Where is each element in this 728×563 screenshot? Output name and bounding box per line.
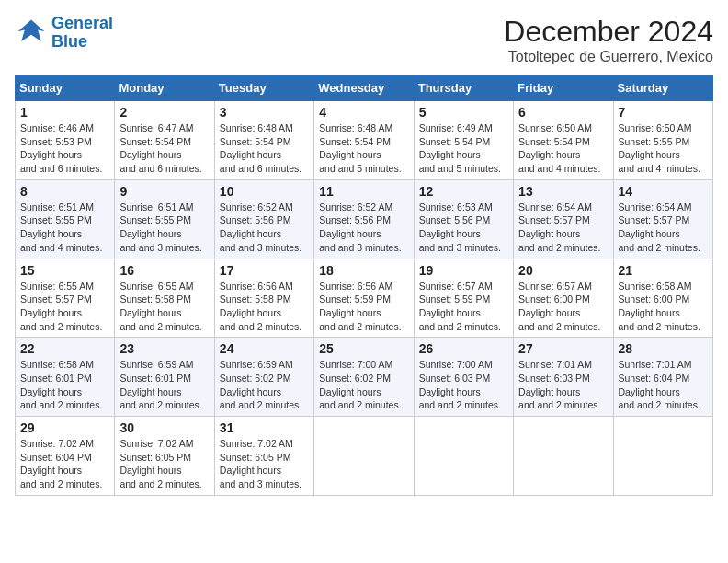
cell-info: Sunrise: 7:02 AMSunset: 6:04 PMDaylight …: [20, 438, 102, 489]
cell-info: Sunrise: 6:58 AMSunset: 6:00 PMDaylight …: [619, 281, 700, 332]
day-number: 4: [319, 105, 408, 120]
calendar-cell-16: 16 Sunrise: 6:55 AMSunset: 5:58 PMDaylig…: [115, 259, 214, 338]
day-number: 21: [619, 263, 708, 278]
day-number: 24: [220, 341, 309, 356]
calendar-cell-7: 7 Sunrise: 6:50 AMSunset: 5:55 PMDayligh…: [613, 101, 712, 180]
calendar-cell-9: 9 Sunrise: 6:51 AMSunset: 5:55 PMDayligh…: [115, 179, 214, 259]
calendar-cell-20: 20 Sunrise: 6:57 AMSunset: 6:00 PMDaylig…: [514, 259, 613, 338]
calendar-cell-29: 29 Sunrise: 7:02 AMSunset: 6:04 PMDaylig…: [16, 417, 115, 496]
day-number: 11: [319, 184, 408, 199]
cell-info: Sunrise: 7:00 AMSunset: 6:03 PMDaylight …: [419, 359, 501, 410]
calendar-cell-3: 3 Sunrise: 6:48 AMSunset: 5:54 PMDayligh…: [214, 101, 313, 180]
day-number: 30: [119, 420, 209, 435]
col-header-tuesday: Tuesday: [214, 75, 313, 101]
day-number: 1: [20, 105, 109, 120]
calendar-cell-23: 23 Sunrise: 6:59 AMSunset: 6:01 PMDaylig…: [115, 338, 214, 417]
title-block: December 2024 Totoltepec de Guerrero, Me…: [504, 15, 713, 65]
day-number: 17: [220, 263, 309, 278]
col-header-friday: Friday: [514, 75, 613, 101]
calendar-cell-26: 26 Sunrise: 7:00 AMSunset: 6:03 PMDaylig…: [414, 338, 513, 417]
page-header: GeneralBlue December 2024 Totoltepec de …: [15, 15, 713, 65]
calendar-cell-8: 8 Sunrise: 6:51 AMSunset: 5:55 PMDayligh…: [16, 179, 115, 259]
cell-info: Sunrise: 6:57 AMSunset: 5:59 PMDaylight …: [419, 281, 501, 332]
calendar-cell-1: 1 Sunrise: 6:46 AMSunset: 5:53 PMDayligh…: [16, 101, 115, 180]
calendar-cell-10: 10 Sunrise: 6:52 AMSunset: 5:56 PMDaylig…: [214, 179, 313, 259]
day-number: 8: [20, 184, 109, 199]
cell-info: Sunrise: 6:59 AMSunset: 6:02 PMDaylight …: [220, 359, 301, 410]
day-number: 22: [20, 341, 109, 356]
day-number: 19: [419, 263, 508, 278]
day-number: 27: [518, 341, 608, 356]
cell-info: Sunrise: 6:52 AMSunset: 5:56 PMDaylight …: [319, 201, 401, 253]
cell-info: Sunrise: 7:01 AMSunset: 6:03 PMDaylight …: [518, 359, 600, 410]
col-header-sunday: Sunday: [16, 75, 115, 101]
cell-info: Sunrise: 7:02 AMSunset: 6:05 PMDaylight …: [220, 438, 301, 489]
day-number: 20: [518, 263, 608, 278]
calendar-cell-5: 5 Sunrise: 6:49 AMSunset: 5:54 PMDayligh…: [414, 101, 513, 180]
day-number: 7: [619, 105, 708, 120]
day-number: 10: [220, 184, 309, 199]
cell-info: Sunrise: 6:54 AMSunset: 5:57 PMDaylight …: [518, 201, 600, 253]
calendar-cell-11: 11 Sunrise: 6:52 AMSunset: 5:56 PMDaylig…: [314, 179, 414, 259]
day-number: 12: [419, 184, 508, 199]
calendar-cell-30: 30 Sunrise: 7:02 AMSunset: 6:05 PMDaylig…: [115, 417, 214, 496]
calendar-cell-24: 24 Sunrise: 6:59 AMSunset: 6:02 PMDaylig…: [214, 338, 313, 417]
col-header-wednesday: Wednesday: [314, 75, 414, 101]
day-number: 13: [518, 184, 608, 199]
day-number: 29: [20, 420, 109, 435]
calendar-table: SundayMondayTuesdayWednesdayThursdayFrid…: [15, 75, 713, 496]
logo: GeneralBlue: [15, 15, 113, 52]
cell-info: Sunrise: 6:56 AMSunset: 5:59 PMDaylight …: [319, 281, 401, 332]
cell-info: Sunrise: 6:55 AMSunset: 5:58 PMDaylight …: [119, 281, 201, 332]
day-number: 23: [119, 341, 209, 356]
day-number: 9: [119, 184, 209, 199]
cell-info: Sunrise: 7:01 AMSunset: 6:04 PMDaylight …: [619, 359, 700, 410]
calendar-cell-6: 6 Sunrise: 6:50 AMSunset: 5:54 PMDayligh…: [514, 101, 613, 180]
calendar-cell-15: 15 Sunrise: 6:55 AMSunset: 5:57 PMDaylig…: [16, 259, 115, 338]
calendar-cell-14: 14 Sunrise: 6:54 AMSunset: 5:57 PMDaylig…: [613, 179, 712, 259]
cell-info: Sunrise: 6:49 AMSunset: 5:54 PMDaylight …: [419, 122, 501, 174]
day-number: 14: [619, 184, 708, 199]
calendar-cell-17: 17 Sunrise: 6:56 AMSunset: 5:58 PMDaylig…: [214, 259, 313, 338]
cell-info: Sunrise: 6:52 AMSunset: 5:56 PMDaylight …: [220, 201, 301, 253]
empty-cell: [414, 417, 513, 496]
col-header-saturday: Saturday: [613, 75, 712, 101]
day-number: 28: [619, 341, 708, 356]
day-number: 2: [119, 105, 209, 120]
svg-marker-0: [18, 19, 45, 40]
empty-cell: [314, 417, 414, 496]
calendar-cell-4: 4 Sunrise: 6:48 AMSunset: 5:54 PMDayligh…: [314, 101, 414, 180]
logo-icon: [15, 17, 48, 50]
day-number: 26: [419, 341, 508, 356]
cell-info: Sunrise: 6:47 AMSunset: 5:54 PMDaylight …: [119, 122, 201, 174]
calendar-cell-21: 21 Sunrise: 6:58 AMSunset: 6:00 PMDaylig…: [613, 259, 712, 338]
col-header-thursday: Thursday: [414, 75, 513, 101]
cell-info: Sunrise: 6:48 AMSunset: 5:54 PMDaylight …: [319, 122, 401, 174]
calendar-cell-13: 13 Sunrise: 6:54 AMSunset: 5:57 PMDaylig…: [514, 179, 613, 259]
month-title: December 2024: [504, 15, 713, 49]
cell-info: Sunrise: 6:57 AMSunset: 6:00 PMDaylight …: [518, 281, 600, 332]
calendar-cell-12: 12 Sunrise: 6:53 AMSunset: 5:56 PMDaylig…: [414, 179, 513, 259]
day-number: 18: [319, 263, 408, 278]
cell-info: Sunrise: 6:50 AMSunset: 5:55 PMDaylight …: [619, 122, 700, 174]
day-number: 5: [419, 105, 508, 120]
calendar-cell-2: 2 Sunrise: 6:47 AMSunset: 5:54 PMDayligh…: [115, 101, 214, 180]
cell-info: Sunrise: 6:56 AMSunset: 5:58 PMDaylight …: [220, 281, 301, 332]
day-number: 16: [119, 263, 209, 278]
calendar-cell-31: 31 Sunrise: 7:02 AMSunset: 6:05 PMDaylig…: [214, 417, 313, 496]
calendar-cell-19: 19 Sunrise: 6:57 AMSunset: 5:59 PMDaylig…: [414, 259, 513, 338]
day-number: 6: [518, 105, 608, 120]
cell-info: Sunrise: 6:54 AMSunset: 5:57 PMDaylight …: [619, 201, 700, 253]
calendar-cell-28: 28 Sunrise: 7:01 AMSunset: 6:04 PMDaylig…: [613, 338, 712, 417]
cell-info: Sunrise: 6:46 AMSunset: 5:53 PMDaylight …: [20, 122, 102, 174]
cell-info: Sunrise: 6:58 AMSunset: 6:01 PMDaylight …: [20, 359, 102, 410]
cell-info: Sunrise: 6:51 AMSunset: 5:55 PMDaylight …: [119, 201, 201, 253]
cell-info: Sunrise: 7:00 AMSunset: 6:02 PMDaylight …: [319, 359, 401, 410]
cell-info: Sunrise: 6:51 AMSunset: 5:55 PMDaylight …: [20, 201, 102, 253]
cell-info: Sunrise: 6:53 AMSunset: 5:56 PMDaylight …: [419, 201, 501, 253]
cell-info: Sunrise: 6:48 AMSunset: 5:54 PMDaylight …: [220, 122, 301, 174]
cell-info: Sunrise: 6:59 AMSunset: 6:01 PMDaylight …: [119, 359, 201, 410]
col-header-monday: Monday: [115, 75, 214, 101]
empty-cell: [613, 417, 712, 496]
day-number: 3: [220, 105, 309, 120]
